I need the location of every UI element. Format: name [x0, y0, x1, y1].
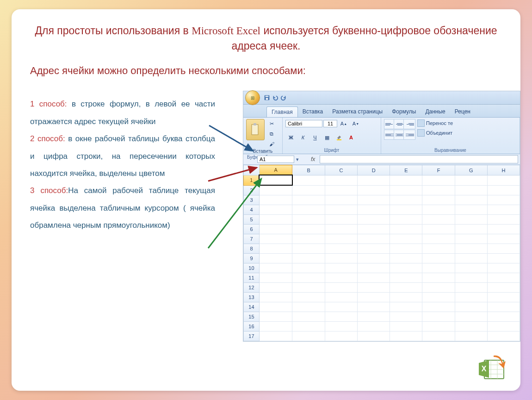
ribbon-tab[interactable]: Данные	[421, 106, 450, 117]
row-header[interactable]: 10	[244, 263, 260, 273]
cell[interactable]	[358, 205, 390, 215]
cell[interactable]	[487, 215, 520, 225]
cell[interactable]	[325, 225, 357, 234]
row-header[interactable]: 11	[244, 273, 260, 283]
cell[interactable]	[487, 312, 520, 322]
cell[interactable]	[325, 254, 357, 263]
row-header[interactable]: 17	[244, 331, 260, 341]
cell[interactable]	[455, 293, 487, 302]
cell[interactable]	[390, 185, 422, 195]
bold-button[interactable]: Ж	[285, 133, 297, 142]
cell[interactable]	[487, 234, 520, 244]
cell[interactable]	[422, 254, 455, 263]
cell[interactable]	[422, 273, 455, 283]
row-header[interactable]: 9	[244, 254, 260, 263]
cell[interactable]	[292, 215, 325, 225]
cell[interactable]	[455, 205, 487, 215]
cell[interactable]	[390, 302, 422, 312]
column-header[interactable]: G	[455, 165, 487, 175]
cell[interactable]	[422, 225, 455, 234]
cell[interactable]	[292, 244, 325, 254]
namebox-dropdown-icon[interactable]: ▾	[296, 156, 299, 162]
cell[interactable]	[390, 175, 422, 185]
cell[interactable]	[422, 205, 455, 215]
ribbon-tab[interactable]: Формулы	[387, 106, 421, 117]
align-right[interactable]	[403, 130, 415, 140]
cell[interactable]	[455, 331, 487, 341]
cell[interactable]	[325, 175, 357, 185]
cell[interactable]	[487, 205, 520, 215]
cell[interactable]	[292, 225, 325, 234]
cell[interactable]	[455, 175, 487, 185]
cell[interactable]	[259, 322, 292, 331]
underline-button[interactable]: Ч	[309, 133, 321, 142]
cell[interactable]	[358, 263, 390, 273]
row-header[interactable]: 12	[244, 283, 260, 293]
cell[interactable]	[358, 331, 390, 341]
cell[interactable]	[390, 331, 422, 341]
cell[interactable]	[422, 312, 455, 322]
column-header[interactable]: B	[292, 165, 325, 175]
cell[interactable]	[390, 205, 422, 215]
formula-input[interactable]	[320, 155, 518, 163]
cell[interactable]	[292, 331, 325, 341]
ribbon-tab[interactable]: Вставка	[298, 106, 328, 117]
cell[interactable]	[259, 331, 292, 341]
cell[interactable]	[390, 195, 422, 205]
cell[interactable]	[259, 283, 292, 293]
cut-icon[interactable]: ✂	[266, 119, 277, 128]
fill-color-icon[interactable]	[334, 133, 345, 142]
redo-icon[interactable]	[280, 94, 287, 101]
cell[interactable]	[358, 254, 390, 263]
cell[interactable]	[358, 322, 390, 331]
cell[interactable]	[292, 302, 325, 312]
cell[interactable]	[390, 244, 422, 254]
cell[interactable]	[487, 225, 520, 234]
shrink-font-icon[interactable]: A▼	[350, 119, 361, 128]
cell[interactable]	[455, 195, 487, 205]
undo-icon[interactable]	[272, 94, 278, 101]
merge-button[interactable]: Объединит	[416, 129, 454, 137]
cell[interactable]	[487, 293, 520, 302]
cell[interactable]	[325, 273, 357, 283]
cell[interactable]	[390, 273, 422, 283]
cell[interactable]	[358, 215, 390, 225]
cell[interactable]	[422, 322, 455, 331]
row-header[interactable]: 14	[244, 302, 260, 312]
column-header[interactable]: D	[358, 165, 390, 175]
cell[interactable]	[422, 195, 455, 205]
cell[interactable]	[487, 254, 520, 263]
cell[interactable]	[259, 302, 292, 312]
cell[interactable]	[358, 185, 390, 195]
cell[interactable]	[325, 234, 357, 244]
align-top-right[interactable]	[403, 119, 415, 129]
cell[interactable]	[292, 263, 325, 273]
cell[interactable]	[292, 195, 325, 205]
cell[interactable]	[455, 234, 487, 244]
cell[interactable]	[422, 283, 455, 293]
cell[interactable]	[259, 293, 292, 302]
row-header[interactable]: 13	[244, 293, 260, 302]
cell[interactable]	[390, 312, 422, 322]
wrap-text-button[interactable]: Перенос те	[416, 119, 454, 127]
cell[interactable]	[259, 263, 292, 273]
cell[interactable]	[390, 234, 422, 244]
cell[interactable]	[390, 254, 422, 263]
cell[interactable]	[487, 244, 520, 254]
grow-font-icon[interactable]: A▲	[338, 119, 349, 128]
font-name-selector[interactable]: Calibri	[285, 120, 322, 127]
column-header[interactable]: F	[422, 165, 455, 175]
cell[interactable]	[487, 195, 520, 205]
cell[interactable]	[325, 302, 357, 312]
cell[interactable]	[292, 283, 325, 293]
border-icon[interactable]: ▦	[322, 133, 333, 142]
cell[interactable]	[358, 175, 390, 185]
cell[interactable]	[358, 225, 390, 234]
cell[interactable]	[422, 175, 455, 185]
row-header[interactable]: 16	[244, 322, 260, 331]
cell[interactable]	[422, 244, 455, 254]
cell[interactable]	[325, 185, 357, 195]
cell[interactable]	[325, 312, 357, 322]
cell[interactable]	[292, 185, 325, 195]
cell[interactable]	[358, 234, 390, 244]
